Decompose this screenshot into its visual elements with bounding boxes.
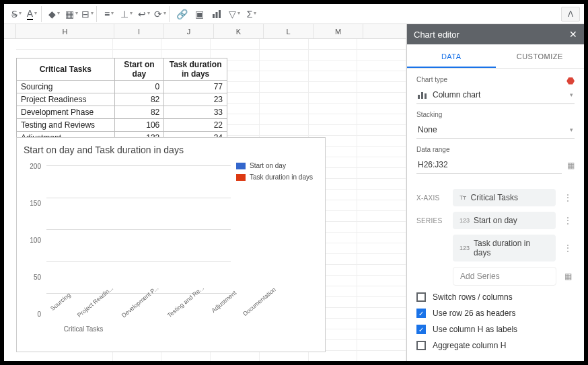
table-header[interactable]: Task duration in days: [164, 58, 227, 81]
close-icon[interactable]: ✕: [569, 29, 577, 40]
xaxis-chip[interactable]: TᴛCritical Tasks: [453, 189, 556, 206]
insert-chart-icon[interactable]: [209, 6, 225, 22]
strikethrough-icon[interactable]: S̶: [8, 6, 24, 22]
stacking-label: Stacking: [416, 111, 575, 118]
align-horizontal-icon[interactable]: ≡: [101, 6, 117, 22]
add-series-button[interactable]: Add Series: [453, 267, 556, 286]
link-icon[interactable]: 🔗: [174, 6, 190, 22]
checkbox-row[interactable]: Switch rows / columns: [416, 292, 575, 302]
column-header-i[interactable]: I: [114, 24, 164, 38]
column-header-m[interactable]: M: [314, 24, 363, 38]
series-chip[interactable]: 123Start on day: [453, 212, 556, 229]
checkbox[interactable]: ✓: [416, 325, 426, 334]
grid-select-icon[interactable]: ▦: [567, 161, 575, 170]
checkbox-row[interactable]: ✓Use row 26 as headers: [416, 309, 575, 318]
align-vertical-icon[interactable]: ⊥: [118, 6, 135, 22]
tab-customize[interactable]: CUSTOMIZE: [496, 44, 585, 68]
table-row[interactable]: Development Phase8233: [17, 106, 227, 119]
table-row[interactable]: Sourcing077: [17, 81, 227, 93]
text-wrap-icon[interactable]: ↩: [136, 6, 152, 22]
xaxis-more-icon[interactable]: ⋮: [561, 193, 575, 202]
legend-swatch: [236, 174, 246, 181]
checkbox[interactable]: ✓: [416, 309, 426, 318]
column-header-l[interactable]: L: [264, 24, 314, 38]
series-more-icon[interactable]: ⋮: [561, 243, 575, 253]
grid-select-icon[interactable]: ▦: [562, 272, 575, 281]
checkbox[interactable]: [416, 341, 426, 350]
checkbox-label: Switch rows / columns: [433, 292, 513, 302]
series-more-icon[interactable]: ⋮: [561, 216, 575, 225]
column-header-h[interactable]: H: [16, 24, 114, 38]
checkbox-label: Use row 26 as headers: [433, 309, 515, 318]
marker-icon[interactable]: ⬣: [566, 75, 575, 86]
table-header[interactable]: Critical Tasks: [17, 58, 115, 81]
chart-x-axis-label: Critical Tasks: [24, 325, 143, 333]
checkbox[interactable]: [416, 292, 426, 302]
tab-data[interactable]: DATA: [407, 44, 496, 68]
svg-rect-1: [216, 12, 218, 18]
svg-rect-0: [213, 14, 215, 18]
collapse-toolbar-button[interactable]: ᐱ: [561, 7, 580, 22]
svg-rect-3: [418, 95, 420, 99]
checkbox-row[interactable]: ✓Use column H as labels: [416, 325, 575, 334]
chart-type-label: Chart type: [416, 76, 447, 83]
svg-rect-5: [425, 93, 427, 99]
comment-icon[interactable]: ▣: [191, 6, 207, 22]
fill-color-icon[interactable]: ◆: [46, 6, 62, 22]
table-row[interactable]: Testing and Reviews10622: [17, 119, 227, 132]
checkbox-row[interactable]: Aggregate column H: [416, 341, 575, 350]
chevron-down-icon: ▾: [570, 126, 573, 133]
toolbar: S̶ A ◆ ▦ ⊟ ≡ ⊥ ↩ ⟳ 🔗 ▣ ▽ Σ ᐱ: [4, 4, 584, 24]
text-color-icon[interactable]: A: [26, 6, 42, 22]
borders-icon[interactable]: ▦: [63, 6, 79, 22]
legend-swatch: [236, 163, 246, 169]
table-row[interactable]: Project Readiness8223: [17, 93, 227, 106]
legend-label: Start on day: [250, 162, 286, 169]
stacking-value: None: [418, 125, 437, 134]
functions-icon[interactable]: Σ: [244, 6, 260, 22]
data-range-label: Data range: [416, 146, 575, 153]
embedded-chart[interactable]: Start on day and Task duration in days 0…: [16, 137, 326, 352]
svg-rect-2: [219, 10, 221, 18]
spreadsheet-grid[interactable]: H I J K L M Critical Tasks Start on day …: [4, 24, 406, 361]
merge-cells-icon[interactable]: ⊟: [81, 6, 97, 22]
stacking-select[interactable]: None ▾: [416, 121, 575, 139]
series-chip[interactable]: 123Task duration in days: [453, 235, 556, 261]
legend-label: Task duration in days: [250, 173, 313, 181]
chart-x-tick: Sourcing: [49, 292, 82, 325]
table-header[interactable]: Start on day: [114, 58, 164, 81]
column-header-j[interactable]: J: [164, 24, 214, 38]
filter-icon[interactable]: ▽: [226, 6, 242, 22]
xaxis-section-label: X-AXIS: [416, 194, 447, 202]
chart-type-select[interactable]: Column chart ▾: [416, 86, 575, 104]
chart-type-value: Column chart: [433, 90, 480, 99]
chevron-down-icon: ▾: [570, 91, 573, 98]
column-chart-icon: [418, 91, 427, 99]
chart-editor-panel: Chart editor ✕ DATA CUSTOMIZE Chart type…: [406, 24, 584, 361]
checkbox-label: Use column H as labels: [433, 325, 517, 334]
checkbox-label: Aggregate column H: [433, 341, 506, 350]
column-header-k[interactable]: K: [214, 24, 264, 38]
text-rotate-icon[interactable]: ⟳: [153, 6, 170, 22]
chart-title: Start on day and Task duration in days: [24, 145, 318, 155]
series-section-label: SERIES: [416, 217, 447, 225]
svg-rect-4: [421, 92, 423, 99]
panel-title: Chart editor: [414, 30, 460, 40]
data-range-input[interactable]: H26:J32: [416, 156, 562, 174]
